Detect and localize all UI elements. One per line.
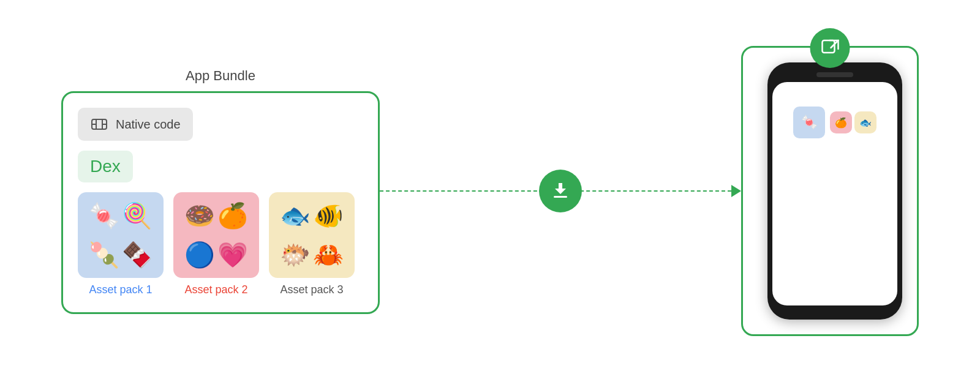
arrow-head xyxy=(731,185,741,197)
dex-badge: Dex xyxy=(78,151,133,182)
phone-icon-2: 🍊 xyxy=(830,111,852,133)
dex-text: Dex xyxy=(90,157,121,176)
asset-packs-row: 🍬 🍭 🍡 🍫 Asset pack 1 🍩 🍊 🔵 💗 xyxy=(78,192,363,297)
app-bundle-label: App Bundle xyxy=(186,68,255,84)
asset-pack-3-label: Asset pack 3 xyxy=(280,283,343,297)
external-link-icon xyxy=(810,28,850,68)
phone-section: 🍬 🍊 🐟 xyxy=(741,46,919,336)
app-bundle-box: Native code Dex 🍬 🍭 🍡 🍫 Asset pack 1 xyxy=(61,91,380,313)
phone-asset-icons: 🍬 🍊 🐟 xyxy=(793,107,876,138)
phone-body: 🍬 🍊 🐟 xyxy=(767,62,902,320)
native-code-icon xyxy=(90,115,108,133)
asset-pack-2-image: 🍩 🍊 🔵 💗 xyxy=(173,192,259,278)
asset-pack-3: 🐟 🐠 🐡 🦀 Asset pack 3 xyxy=(269,192,355,297)
asset-pack-1-label: Asset pack 1 xyxy=(89,283,152,297)
download-circle xyxy=(539,170,582,212)
phone-notch xyxy=(816,72,853,77)
phone-screen: 🍬 🍊 🐟 xyxy=(772,82,897,305)
asset-pack-2-label: Asset pack 2 xyxy=(184,283,247,297)
main-diagram: App Bundle Native code Dex xyxy=(61,46,919,336)
asset-pack-1-image: 🍬 🍭 🍡 🍫 xyxy=(78,192,164,278)
asset-pack-1: 🍬 🍭 🍡 🍫 Asset pack 1 xyxy=(78,192,164,297)
asset-pack-2: 🍩 🍊 🔵 💗 Asset pack 2 xyxy=(173,192,259,297)
svg-rect-5 xyxy=(554,196,567,198)
app-bundle-section: App Bundle Native code Dex xyxy=(61,68,380,313)
phone-icon-group: 🍊 🐟 xyxy=(830,111,876,133)
phone-outer-box: 🍬 🍊 🐟 xyxy=(741,46,919,336)
arrow-area xyxy=(380,167,741,215)
phone-icon-3: 🐟 xyxy=(854,111,876,133)
native-code-badge: Native code xyxy=(78,108,193,141)
left-dotted-line xyxy=(380,190,556,192)
asset-pack-3-image: 🐟 🐠 🐡 🦀 xyxy=(269,192,355,278)
phone-icon-1: 🍬 xyxy=(793,107,825,138)
right-dotted-line xyxy=(556,190,731,192)
native-code-text: Native code xyxy=(116,118,181,132)
